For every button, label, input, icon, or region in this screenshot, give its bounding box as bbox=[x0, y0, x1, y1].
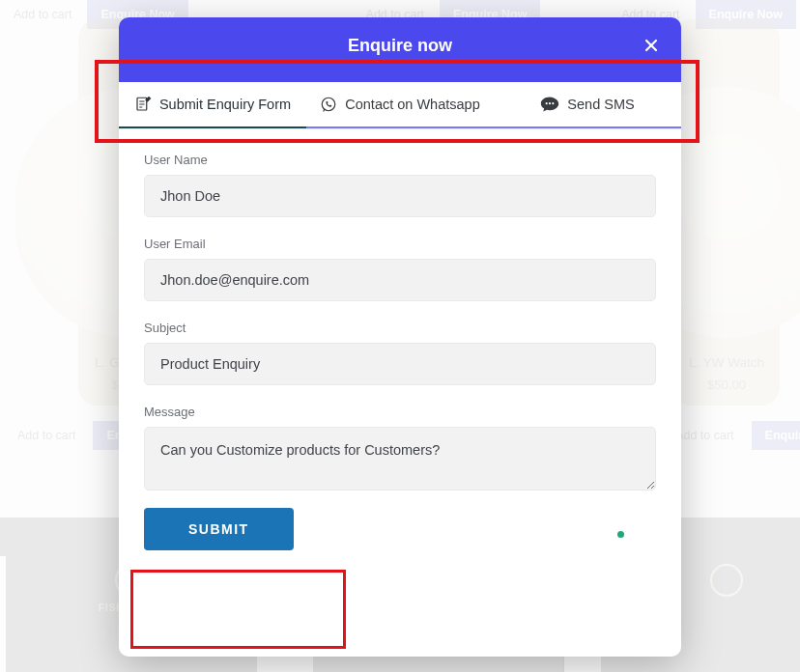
tab-submit-enquiry[interactable]: Submit Enquiry Form bbox=[119, 82, 306, 128]
status-indicator-dot bbox=[617, 531, 624, 538]
svg-point-8 bbox=[549, 102, 551, 104]
subject-input[interactable] bbox=[144, 343, 656, 385]
subject-label: Subject bbox=[144, 321, 656, 335]
username-input[interactable] bbox=[144, 175, 656, 217]
username-label: User Name bbox=[144, 153, 656, 167]
close-button[interactable] bbox=[639, 33, 664, 58]
whatsapp-icon bbox=[320, 96, 337, 113]
form-icon bbox=[134, 96, 152, 113]
svg-point-9 bbox=[553, 102, 555, 104]
message-textarea[interactable] bbox=[144, 427, 656, 490]
accent-strip bbox=[119, 73, 681, 82]
email-input[interactable] bbox=[144, 259, 656, 301]
modal-title: Enquire now bbox=[348, 36, 452, 56]
tab-contact-whatsapp[interactable]: Contact on Whatsapp bbox=[306, 82, 494, 128]
tab-label: Send SMS bbox=[567, 97, 634, 112]
modal-header: Enquire now bbox=[119, 17, 681, 73]
tab-label: Submit Enquiry Form bbox=[159, 97, 291, 112]
sms-icon bbox=[540, 96, 559, 113]
tabs: Submit Enquiry Form Contact on Whatsapp bbox=[119, 82, 681, 129]
svg-point-7 bbox=[546, 102, 548, 104]
enquire-modal: Enquire now Submit Enquiry Form bbox=[119, 17, 681, 657]
submit-button[interactable]: SUBMIT bbox=[144, 508, 294, 550]
close-icon bbox=[644, 39, 658, 52]
enquiry-form: User Name User Email Subject Message SUB… bbox=[119, 129, 681, 657]
message-label: Message bbox=[144, 405, 656, 419]
tab-label: Contact on Whatsapp bbox=[345, 97, 479, 112]
tab-send-sms[interactable]: Send SMS bbox=[494, 82, 681, 128]
email-label: User Email bbox=[144, 237, 656, 251]
